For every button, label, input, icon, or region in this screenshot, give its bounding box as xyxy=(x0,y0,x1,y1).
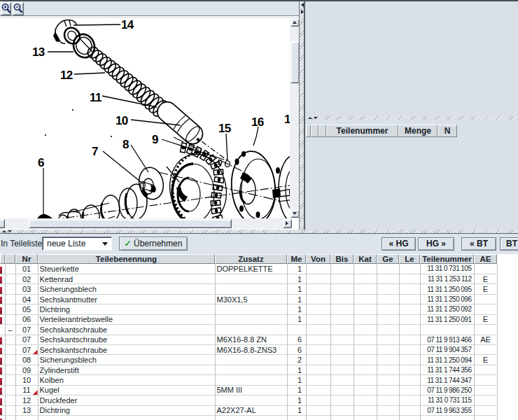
svg-text:1: 1 xyxy=(284,113,290,126)
svg-text:11: 11 xyxy=(90,91,102,104)
svg-text:12: 12 xyxy=(60,69,73,82)
svg-text:8: 8 xyxy=(122,138,129,151)
svg-text:7: 7 xyxy=(92,145,98,158)
svg-text:6: 6 xyxy=(38,156,44,169)
svg-text:16: 16 xyxy=(251,115,264,129)
svg-text:15: 15 xyxy=(218,122,231,135)
svg-text:9: 9 xyxy=(152,133,158,146)
svg-text:10: 10 xyxy=(115,114,128,127)
svg-text:13: 13 xyxy=(32,46,45,59)
svg-text:14: 14 xyxy=(121,18,134,31)
